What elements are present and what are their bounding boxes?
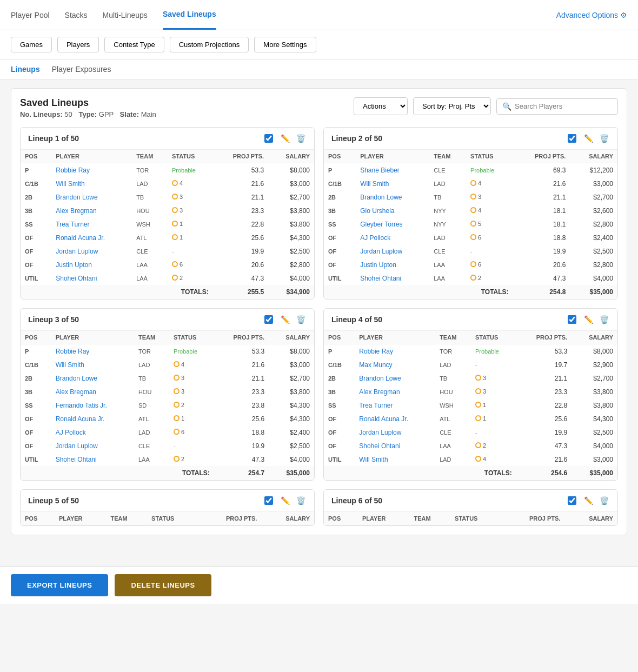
player-name[interactable]: Robbie Ray [355, 344, 435, 358]
player-name[interactable]: Brandon Lowe [355, 371, 435, 385]
table-row: 3B Gio Urshela NYY 4 18.1 $2,600 [324, 204, 617, 217]
lineup-header: Lineup 1 of 50 ✏️ 🗑️ [21, 128, 314, 150]
table-row: 3B Alex Bregman HOU 3 23.3 $3,800 [21, 385, 314, 398]
player-name[interactable]: AJ Pollock [51, 425, 134, 439]
delete-icon[interactable]: 🗑️ [295, 495, 307, 506]
search-input[interactable] [515, 102, 612, 110]
player-name[interactable]: Shohei Ohtani [356, 271, 429, 285]
player-name[interactable]: Robbie Ray [51, 163, 132, 177]
lineup-card-5: Lineup 5 of 50 ✏️ 🗑️ POS PLAYER TEAM STA… [20, 489, 315, 526]
tab-lineups[interactable]: Lineups [11, 65, 40, 74]
player-name[interactable]: Will Smith [356, 177, 429, 190]
edit-icon[interactable]: ✏️ [280, 495, 291, 506]
player-name[interactable]: Jordan Luplow [51, 439, 134, 453]
players-btn[interactable]: Players [57, 37, 99, 52]
player-name[interactable]: Justin Upton [51, 258, 132, 271]
player-name[interactable]: Brandon Lowe [51, 190, 132, 204]
player-name[interactable]: Alex Bregman [51, 204, 132, 217]
lineup-icons: ✏️ 🗑️ [280, 133, 307, 144]
player-name[interactable]: Jordan Luplow [51, 244, 132, 258]
delete-lineups-btn[interactable]: DELETE LINEUPS [115, 574, 211, 596]
player-name[interactable]: AJ Pollock [356, 231, 429, 244]
tab-player-exposures[interactable]: Player Exposures [52, 65, 111, 74]
table-row: SS Gleyber Torres NYY 5 18.1 $2,800 [324, 217, 617, 231]
player-name[interactable]: Trea Turner [51, 217, 132, 231]
lineup-checkbox[interactable] [568, 315, 576, 324]
actions-select[interactable]: Actions [354, 97, 408, 115]
edit-icon[interactable]: ✏️ [583, 133, 594, 144]
lineup-title: Lineup 1 of 50 [28, 134, 261, 143]
edit-icon[interactable]: ✏️ [280, 133, 291, 144]
delete-icon[interactable]: 🗑️ [599, 133, 610, 144]
player-name[interactable]: Alex Bregman [355, 385, 435, 398]
player-name[interactable]: Gleyber Torres [356, 217, 429, 231]
lineup-table: POS PLAYER TEAM STATUS PROJ PTS. SALARY [21, 512, 314, 525]
table-row: OF Jordan Luplow CLE - 19.9 $2,500 [324, 244, 617, 258]
player-name[interactable]: Will Smith [51, 177, 132, 190]
player-name[interactable]: Brandon Lowe [356, 190, 429, 204]
delete-icon[interactable]: 🗑️ [295, 133, 307, 144]
player-name[interactable]: Ronald Acuna Jr. [51, 412, 134, 425]
player-name[interactable]: Jordan Luplow [355, 425, 435, 439]
player-name[interactable]: Shohei Ohtani [51, 453, 134, 466]
type-label: Type: [78, 110, 97, 118]
player-name[interactable]: Shohei Ohtani [51, 271, 132, 285]
player-name[interactable]: Ronald Acuna Jr. [355, 412, 435, 425]
player-name[interactable]: Ronald Acuna Jr. [51, 231, 132, 244]
player-name[interactable]: Max Muncy [355, 358, 435, 371]
player-name[interactable]: Shane Bieber [356, 163, 429, 177]
custom-projections-btn[interactable]: Custom Projections [170, 37, 249, 52]
player-name[interactable]: Fernando Tatis Jr. [51, 398, 134, 412]
table-row: OF Justin Upton LAA 6 20.6 $2,800 [21, 258, 314, 271]
player-name[interactable]: Justin Upton [356, 258, 429, 271]
nav-saved-lineups[interactable]: Saved Lineups [163, 0, 216, 30]
card-meta: No. Lineups: 50 Type: GPP Slate: Main [20, 110, 354, 118]
search-icon: 🔍 [502, 102, 511, 111]
delete-icon[interactable]: 🗑️ [295, 314, 307, 325]
lineup-checkbox[interactable] [568, 134, 576, 143]
player-name[interactable]: Will Smith [51, 358, 134, 371]
table-row: P Robbie Ray TOR Probable 53.3 $8,000 [21, 163, 314, 177]
edit-icon[interactable]: ✏️ [583, 495, 594, 506]
lineup-checkbox[interactable] [264, 315, 273, 324]
advanced-options[interactable]: Advanced Options ⚙ [556, 11, 627, 19]
more-settings-btn[interactable]: More Settings [254, 37, 316, 52]
export-lineups-btn[interactable]: EXPORT LINEUPS [11, 574, 108, 596]
player-name[interactable]: Jordan Luplow [356, 244, 429, 258]
player-name[interactable]: Robbie Ray [51, 344, 134, 358]
lineup-card-3: Lineup 3 of 50 ✏️ 🗑️ POS PLAYER TEAM STA… [20, 308, 315, 481]
lineup-checkbox[interactable] [264, 134, 273, 143]
table-row: OF Ronald Acuna Jr. ATL 1 25.6 $4,300 [21, 231, 314, 244]
lineup-checkbox[interactable] [568, 496, 576, 505]
no-lineups-val: 50 [64, 110, 74, 118]
lineup-table: POS PLAYER TEAM STATUS PROJ PTS. SALARY [324, 512, 617, 525]
table-row: OF Justin Upton LAA 6 20.6 $2,800 [324, 258, 617, 271]
games-btn[interactable]: Games [11, 37, 52, 52]
player-name[interactable]: Will Smith [355, 453, 435, 466]
lineup-icons: ✏️ 🗑️ [280, 314, 307, 325]
lineups-grid: Lineup 1 of 50 ✏️ 🗑️ POS PLAYER TEAM STA… [20, 127, 618, 526]
lineup-card-1: Lineup 1 of 50 ✏️ 🗑️ POS PLAYER TEAM STA… [20, 127, 315, 300]
delete-icon[interactable]: 🗑️ [599, 314, 610, 325]
nav-multi-lineups[interactable]: Multi-Lineups [103, 1, 148, 29]
edit-icon[interactable]: ✏️ [280, 314, 291, 325]
edit-icon[interactable]: ✏️ [583, 314, 594, 325]
table-header: POS PLAYER TEAM STATUS PROJ PTS. SALARY [324, 512, 617, 525]
lineup-card-4: Lineup 4 of 50 ✏️ 🗑️ POS PLAYER TEAM STA… [323, 308, 618, 481]
nav-stacks[interactable]: Stacks [65, 1, 88, 29]
player-name[interactable]: Gio Urshela [356, 204, 429, 217]
search-box: 🔍 [496, 98, 618, 115]
player-name[interactable]: Trea Turner [355, 398, 435, 412]
contest-type-btn[interactable]: Contest Type [104, 37, 164, 52]
lineup-icons: ✏️ 🗑️ [583, 314, 610, 325]
delete-icon[interactable]: 🗑️ [599, 495, 610, 506]
lineup-title: Lineup 3 of 50 [28, 315, 261, 324]
nav-player-pool[interactable]: Player Pool [11, 1, 50, 29]
sort-select[interactable]: Sort by: Proj. Pts [413, 97, 491, 115]
player-name[interactable]: Shohei Ohtani [355, 439, 435, 453]
lineup-title: Lineup 2 of 50 [331, 134, 564, 143]
lineup-checkbox[interactable] [264, 496, 273, 505]
totals-row: TOTALS: 255.5 $34,900 [21, 285, 314, 299]
player-name[interactable]: Brandon Lowe [51, 371, 134, 385]
player-name[interactable]: Alex Bregman [51, 385, 134, 398]
